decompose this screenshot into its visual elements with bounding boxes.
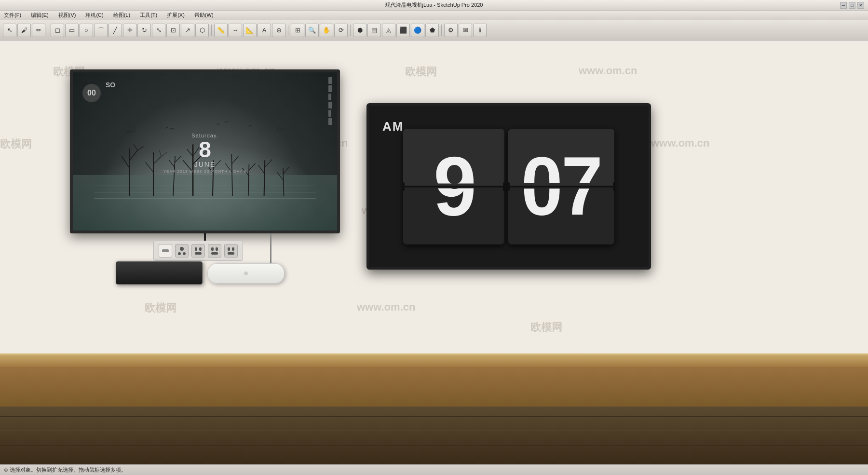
socket-hole-1a (195, 247, 197, 251)
svg-line-31 (265, 159, 272, 167)
line-tool-button[interactable]: ╱ (108, 24, 122, 37)
sidebar-item-3 (328, 94, 331, 100)
menu-camera[interactable]: 相机(C) (83, 12, 105, 19)
toolbar-separator-1 (48, 25, 48, 36)
right-tv-stand-leg-left (407, 267, 411, 270)
right-tv-frame: AM 9 9 (366, 103, 651, 270)
switch-element (162, 249, 169, 252)
zoom-ext-icon: ⊞ (295, 27, 300, 34)
screen-date-number: 8 (163, 138, 247, 161)
paint-tool-button[interactable]: 🖌 (17, 24, 31, 37)
menu-help[interactable]: 帮助(W) (192, 12, 216, 19)
arc-tool-button[interactable]: ⌒ (94, 24, 108, 37)
orbit-button[interactable]: ⟳ (334, 24, 348, 37)
toolbar-separator-3 (288, 25, 288, 36)
terrain-icon: ◬ (386, 27, 391, 34)
axes-tool-button[interactable]: ⊕ (272, 24, 285, 37)
protractor-icon: 📐 (246, 27, 254, 34)
sidebar-item-5 (328, 110, 331, 117)
svg-line-3 (134, 144, 137, 150)
status-bar: ⊙ 选择对象。切换到扩充选择。拖动鼠标选择多项。 (0, 464, 868, 475)
move-tool-button[interactable]: ✛ (123, 24, 136, 37)
round-socket-holes (178, 247, 186, 255)
round-holes-bottom (178, 252, 186, 255)
screen-time-display: 00 (87, 89, 96, 97)
select-tool-button[interactable]: ↖ (3, 24, 16, 37)
socket-hole-1b (199, 247, 202, 251)
svg-line-4 (138, 146, 144, 150)
email-icon: ✉ (463, 27, 468, 34)
group-button[interactable]: ▤ (367, 24, 381, 37)
title-bar-text: 现代液晶电视机jLua - SketchUp Pro 2020 (385, 1, 483, 9)
follow-tool-button[interactable]: ↗ (181, 24, 194, 37)
tape-tool-button[interactable]: 📏 (214, 24, 228, 37)
move-icon: ✛ (127, 27, 133, 34)
menu-extensions[interactable]: 扩展(X) (165, 12, 187, 19)
socket-hole-1c (195, 252, 202, 255)
push-tool-button[interactable]: ⊡ (166, 24, 180, 37)
menu-edit[interactable]: 编辑(E) (29, 12, 51, 19)
power-strip-area (153, 241, 243, 261)
svg-line-32 (283, 168, 284, 195)
socket-holes-1b (195, 252, 202, 255)
zoom-button[interactable]: 🔍 (305, 24, 319, 37)
menu-view[interactable]: 视图(V) (56, 12, 78, 19)
eraser-tool-button[interactable]: ◻ (51, 24, 64, 37)
pan-button[interactable]: ✋ (320, 24, 333, 37)
dimension-tool-button[interactable]: ↔ (229, 24, 242, 37)
component-button[interactable]: ⬢ (353, 24, 366, 37)
maximize-button[interactable]: □ (849, 2, 855, 9)
flip-hour-divider (403, 186, 504, 187)
floor-line-3 (0, 445, 868, 446)
flip-card-hour-bottom: 9 (403, 187, 504, 244)
terrain-button[interactable]: ◬ (382, 24, 395, 37)
socket-hole-3a (228, 247, 230, 251)
info-icon: ℹ (479, 27, 481, 34)
menu-draw[interactable]: 绘图(L) (111, 12, 132, 19)
email-button[interactable]: ✉ (459, 24, 472, 37)
power-socket-flat-3 (224, 244, 238, 258)
power-socket-round (175, 244, 189, 258)
material-button[interactable]: 🔵 (411, 24, 424, 37)
flip-minutes-divider (508, 186, 614, 187)
minimize-button[interactable]: ─ (840, 2, 847, 9)
push-icon: ⊡ (171, 27, 176, 34)
scale-tool-button[interactable]: ⤡ (152, 24, 165, 37)
flip-card-hour: 9 9 (403, 129, 504, 244)
text-icon: A (262, 27, 267, 34)
close-button[interactable]: ✕ (857, 2, 864, 9)
zoom-ext-button[interactable]: ⊞ (291, 24, 304, 37)
settings-button[interactable]: ⚙ (444, 24, 458, 37)
water-reflection-3 (94, 198, 316, 199)
sidebar-item-6 (328, 118, 332, 125)
screen-date-area: Saturday. 8 June YEAR 2013 WEEK 23 MONTH… (163, 133, 247, 174)
info-button[interactable]: ℹ (473, 24, 487, 37)
watermark-brand-8: 欧模网 (530, 320, 562, 335)
sandbox-button[interactable]: ⬛ (396, 24, 410, 37)
text-tool-button[interactable]: A (258, 24, 271, 37)
pan-icon: ✋ (323, 27, 330, 34)
orbit-icon: ⟳ (339, 27, 344, 34)
set-top-box-white (207, 263, 285, 284)
screen-month: June (163, 161, 247, 168)
menu-file[interactable]: 文件(F) (2, 12, 23, 19)
sandbox-icon: ⬛ (399, 27, 407, 34)
rotate-tool-button[interactable]: ↻ (137, 24, 151, 37)
power-socket-flat-1 (191, 244, 205, 258)
circle-tool-button[interactable]: ○ (80, 24, 93, 37)
scale-icon: ⤡ (156, 27, 162, 34)
rect-tool-button[interactable]: ▭ (65, 24, 79, 37)
floor-line-1 (0, 416, 868, 417)
pencil-tool-button[interactable]: ✏ (32, 24, 45, 37)
offset-tool-button[interactable]: ⬡ (195, 24, 209, 37)
3d-warehouse-button[interactable]: ⬟ (425, 24, 439, 37)
protractor-tool-button[interactable]: 📐 (243, 24, 257, 37)
menu-tools[interactable]: 工具(T) (138, 12, 159, 19)
screen-time-circle: 00 (82, 84, 101, 102)
screen-top-label: SO (106, 81, 115, 89)
watermark-brand-3: 欧模网 (0, 137, 32, 151)
power-socket-flat-2 (208, 244, 221, 258)
am-pm-label: AM (382, 119, 404, 134)
flip-clock: 9 9 07 (398, 124, 619, 249)
socket-hole-3b (232, 247, 234, 251)
